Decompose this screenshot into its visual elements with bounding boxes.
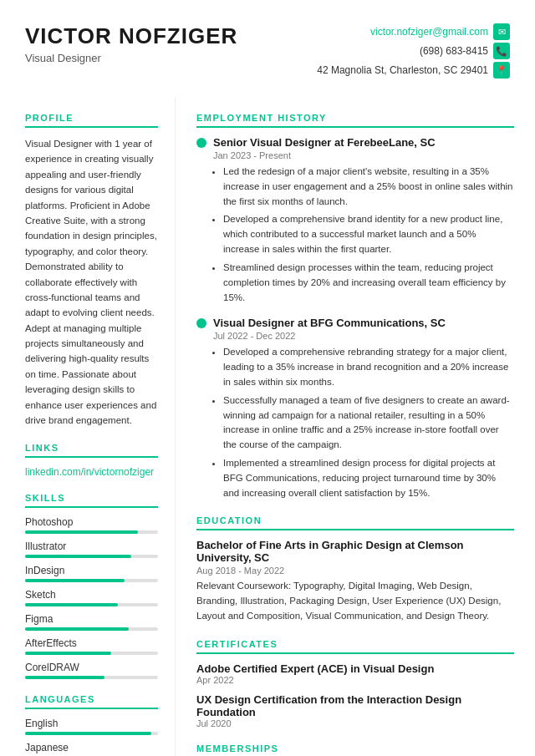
skills-section-title: SKILLS xyxy=(25,493,158,508)
language-bar-background xyxy=(25,732,158,735)
phone-text: (698) 683-8415 xyxy=(420,45,488,57)
skill-bar-background xyxy=(25,627,158,631)
job-header: Senior Visual Designer at FerebeeLane, S… xyxy=(196,136,514,149)
phone-row: (698) 683-8415 📞 xyxy=(317,43,510,59)
job-dates: Jul 2022 - Dec 2022 xyxy=(213,331,514,341)
skill-item: Figma xyxy=(25,613,158,631)
language-item: Japanese xyxy=(25,742,158,756)
email-icon: ✉ xyxy=(493,23,510,40)
languages-section-title: LANGUAGES xyxy=(25,694,158,709)
jobs-list: Senior Visual Designer at FerebeeLane, S… xyxy=(196,136,514,500)
skill-item: Photoshop xyxy=(25,516,158,534)
language-name: English xyxy=(25,718,158,729)
links-section-title: LINKS xyxy=(25,443,158,458)
job-dot xyxy=(196,318,206,328)
job-bullet: Streamlined design processes within the … xyxy=(223,261,514,305)
cert-date: Apr 2022 xyxy=(196,675,514,685)
skill-bar-background xyxy=(25,676,158,679)
header: VICTOR NOFZIGER Visual Designer victor.n… xyxy=(0,0,535,98)
header-right: victor.nofziger@gmail.com ✉ (698) 683-84… xyxy=(317,23,510,81)
linkedin-link[interactable]: linkedin.com/in/victornofziger xyxy=(25,466,154,478)
right-column: EMPLOYMENT HISTORY Senior Visual Designe… xyxy=(176,98,535,756)
certificates-list: Adobe Certified Expert (ACE) in Visual D… xyxy=(196,662,514,728)
skill-name: Figma xyxy=(25,613,158,625)
employment-section-title: EMPLOYMENT HISTORY xyxy=(196,113,514,128)
skill-bar-background xyxy=(25,555,158,558)
address-row: 42 Magnolia St, Charleston, SC 29401 📍 xyxy=(317,62,510,79)
left-column: PROFILE Visual Designer with 1 year of e… xyxy=(0,98,176,756)
job-bullets: Developed a comprehensive rebranding str… xyxy=(213,345,514,500)
main-content: PROFILE Visual Designer with 1 year of e… xyxy=(0,98,535,756)
job-bullet: Implemented a streamlined design process… xyxy=(223,456,514,500)
job-item: Senior Visual Designer at FerebeeLane, S… xyxy=(196,136,514,305)
skill-bar-fill xyxy=(25,652,111,655)
job-bullet: Successfully managed a team of five desi… xyxy=(223,393,514,453)
email-link[interactable]: victor.nofziger@gmail.com xyxy=(370,26,488,38)
job-bullets: Led the redesign of a major client's web… xyxy=(213,165,514,305)
job-title: Visual Designer at BFG Communications, S… xyxy=(213,317,446,329)
resume-container: VICTOR NOFZIGER Visual Designer victor.n… xyxy=(0,0,535,756)
skill-name: Sketch xyxy=(25,589,158,601)
edu-dates: Aug 2018 - May 2022 xyxy=(196,566,514,576)
skill-bar-background xyxy=(25,603,158,606)
cert-name: Adobe Certified Expert (ACE) in Visual D… xyxy=(196,662,514,675)
certificates-section-title: CERTIFICATES xyxy=(196,639,514,654)
skill-name: AfterEffects xyxy=(25,637,158,649)
cert-date: Jul 2020 xyxy=(196,718,514,728)
skill-item: InDesign xyxy=(25,565,158,582)
education-section-title: EDUCATION xyxy=(196,515,514,530)
email-row: victor.nofziger@gmail.com ✉ xyxy=(317,23,510,40)
candidate-title: Visual Designer xyxy=(25,52,237,64)
memberships-section-title: MEMBERSHIPS xyxy=(196,743,514,756)
skill-item: Illustrator xyxy=(25,540,158,558)
skill-bar-fill xyxy=(25,603,118,606)
candidate-name: VICTOR NOFZIGER xyxy=(25,23,237,49)
certificate-item: Adobe Certified Expert (ACE) in Visual D… xyxy=(196,662,514,685)
address-text: 42 Magnolia St, Charleston, SC 29401 xyxy=(317,64,488,76)
skill-name: Illustrator xyxy=(25,540,158,552)
skill-bar-background xyxy=(25,579,158,582)
languages-list: English Japanese xyxy=(25,718,158,756)
cert-name: UX Design Certification from the Interac… xyxy=(196,693,514,718)
skills-list: Photoshop Illustrator InDesign Sketch Fi… xyxy=(25,516,158,679)
skill-name: InDesign xyxy=(25,565,158,576)
skill-bar-fill xyxy=(25,555,131,558)
job-bullet: Developed a comprehensive rebranding str… xyxy=(223,345,514,389)
skill-name: CorelDRAW xyxy=(25,662,158,673)
job-dates: Jan 2023 - Present xyxy=(213,150,514,160)
skill-bar-fill xyxy=(25,530,138,534)
header-left: VICTOR NOFZIGER Visual Designer xyxy=(25,23,237,64)
job-item: Visual Designer at BFG Communications, S… xyxy=(196,317,514,500)
job-bullet: Developed a comprehensive brand identity… xyxy=(223,212,514,256)
job-dot xyxy=(196,138,206,148)
skill-name: Photoshop xyxy=(25,516,158,528)
skill-bar-fill xyxy=(25,627,129,631)
skill-item: Sketch xyxy=(25,589,158,606)
job-bullet: Led the redesign of a major client's web… xyxy=(223,165,514,209)
skill-bar-fill xyxy=(25,579,125,582)
job-title: Senior Visual Designer at FerebeeLane, S… xyxy=(213,136,436,149)
profile-section-title: PROFILE xyxy=(25,113,158,128)
skill-bar-fill xyxy=(25,676,104,679)
skill-item: CorelDRAW xyxy=(25,662,158,679)
language-name: Japanese xyxy=(25,742,158,753)
language-bar-fill xyxy=(25,732,151,735)
skill-bar-background xyxy=(25,530,158,534)
skill-item: AfterEffects xyxy=(25,637,158,655)
certificate-item: UX Design Certification from the Interac… xyxy=(196,693,514,728)
profile-text: Visual Designer with 1 year of experienc… xyxy=(25,136,158,428)
edu-courses: Relevant Coursework: Typography, Digital… xyxy=(196,579,514,623)
phone-icon: 📞 xyxy=(493,43,510,59)
language-item: English xyxy=(25,718,158,735)
location-icon: 📍 xyxy=(493,62,510,79)
skill-bar-background xyxy=(25,652,158,655)
edu-degree: Bachelor of Fine Arts in Graphic Design … xyxy=(196,539,514,564)
job-header: Visual Designer at BFG Communications, S… xyxy=(196,317,514,329)
